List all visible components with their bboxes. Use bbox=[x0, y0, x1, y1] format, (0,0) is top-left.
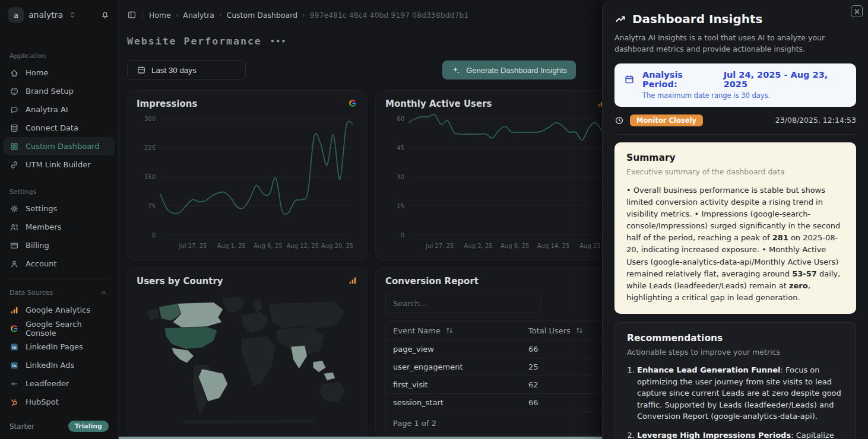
generate-insights-button[interactable]: Generate Dashboard Insights bbox=[442, 61, 576, 79]
controls-row: Last 30 days Generate Dashboard Insights bbox=[127, 60, 594, 80]
google-analytics-icon bbox=[9, 306, 19, 315]
sidebar-item-label: Google Analytics bbox=[26, 306, 90, 314]
world-map[interactable] bbox=[137, 289, 357, 427]
svg-text:60: 60 bbox=[397, 116, 404, 122]
sidebar-item[interactable]: UTM Link Builder bbox=[0, 155, 118, 174]
event-name-cell: user_engagement bbox=[393, 362, 528, 371]
workspace-logo: a bbox=[8, 7, 24, 23]
sidebar-item-label: Leadfeeder bbox=[26, 379, 69, 388]
users-by-country-title: Users by Country bbox=[137, 276, 223, 287]
sidebar-item-label: LinkedIn Ads bbox=[26, 361, 74, 370]
analysis-period-value: Jul 24, 2025 - Aug 23, 2025 bbox=[724, 70, 847, 89]
sidebar-item[interactable]: in LinkedIn Pages bbox=[0, 338, 118, 356]
summary-card: Summary Executive summary of the dashboa… bbox=[614, 142, 856, 314]
title-row: Website Performance ••• bbox=[119, 30, 602, 47]
workspace-switcher[interactable]: a analytra bbox=[0, 0, 118, 28]
panel-title: Dashboard Insights bbox=[632, 12, 762, 26]
gear-icon bbox=[9, 204, 19, 214]
event-name-cell: page_view bbox=[393, 345, 528, 354]
sidebar-item[interactable]: Account bbox=[0, 255, 118, 273]
close-button[interactable] bbox=[851, 5, 863, 17]
user-icon bbox=[9, 259, 19, 269]
breadcrumb-custom-dashboard[interactable]: Custom Dashboard bbox=[226, 11, 297, 20]
svg-text:Aug 2, 25: Aug 2, 25 bbox=[464, 243, 493, 249]
chevron-up-icon[interactable] bbox=[99, 288, 109, 297]
clock-icon bbox=[614, 116, 624, 125]
sidebar-item[interactable]: HubSpot bbox=[0, 393, 118, 411]
sidebar-item[interactable]: Connect Data bbox=[0, 119, 118, 137]
table-row[interactable]: page_view 66 bbox=[386, 341, 602, 358]
table-header-row: Event Name Total Users bbox=[386, 321, 602, 341]
home-icon bbox=[9, 68, 19, 78]
sidebar-item-label: Settings bbox=[26, 204, 57, 213]
title-menu-icon[interactable]: ••• bbox=[270, 37, 287, 46]
sidebar-item[interactable]: Leadfeeder bbox=[0, 374, 118, 393]
table-row[interactable]: session_start 66 bbox=[386, 394, 602, 412]
map-europe bbox=[240, 311, 268, 333]
sidebar-item[interactable]: Google Search Console bbox=[0, 319, 118, 338]
sidebar-item[interactable]: Home bbox=[0, 63, 118, 82]
sidebar-item[interactable]: Analytra AI bbox=[0, 100, 118, 119]
horizontal-scrollbar[interactable] bbox=[119, 437, 602, 439]
status-badge: Monitor Closely bbox=[630, 114, 703, 126]
sidebar-item[interactable]: Members bbox=[0, 218, 118, 236]
map-mexico bbox=[172, 348, 194, 363]
panel-description: Analytra AI Insights is a tool that uses… bbox=[614, 32, 856, 55]
breadcrumb-home[interactable]: Home bbox=[149, 11, 171, 20]
breadcrumb-dashboard-id: 997e481c 48c4 40bd 9197 08d338bdd7b1 bbox=[310, 11, 469, 20]
sidebar-item[interactable]: Billing bbox=[0, 236, 118, 255]
svg-text:Jul 27, 25: Jul 27, 25 bbox=[179, 243, 207, 249]
date-range-label: Last 30 days bbox=[151, 66, 197, 75]
data-source-items: Google Analytics Google Search Console i… bbox=[0, 301, 118, 411]
sidebar-item[interactable]: Custom Dashboard bbox=[4, 137, 115, 155]
svg-text:Aug 8, 25: Aug 8, 25 bbox=[500, 243, 529, 249]
recommendations-card: Recommendations Actionable steps to impr… bbox=[614, 322, 856, 439]
summary-title: Summary bbox=[626, 152, 844, 163]
breadcrumb-separator: › bbox=[219, 11, 221, 19]
chevron-updown-icon bbox=[68, 10, 77, 20]
column-event-name[interactable]: Event Name bbox=[393, 326, 441, 335]
plan-name: Starter bbox=[9, 422, 34, 431]
trend-up-icon bbox=[614, 13, 626, 25]
bell-icon[interactable] bbox=[100, 10, 110, 20]
sidebar-item-label: Home bbox=[26, 68, 48, 77]
breadcrumb-analytra[interactable]: Analytra bbox=[183, 11, 214, 20]
column-total-users[interactable]: Total Users bbox=[528, 326, 571, 335]
breadcrumb-separator: › bbox=[176, 11, 178, 19]
table-row[interactable]: user_engagement 25 bbox=[386, 358, 602, 376]
google-search-console-icon bbox=[348, 98, 357, 108]
recommendations-list: Enhance Lead Generation Funnel: Focus on… bbox=[637, 364, 844, 439]
palette-icon bbox=[9, 87, 19, 96]
sort-icon[interactable] bbox=[575, 326, 584, 335]
conversion-search-input[interactable] bbox=[385, 294, 541, 313]
topbar: Home › Analytra › Custom Dashboard › 997… bbox=[119, 0, 602, 30]
sidebar-item[interactable]: Settings bbox=[0, 199, 118, 218]
svg-text:45: 45 bbox=[397, 145, 404, 151]
calendar-icon bbox=[137, 65, 146, 75]
sidebar-item[interactable]: in LinkedIn Ads bbox=[0, 356, 118, 374]
event-name-cell: first_visit bbox=[393, 380, 528, 389]
section-label-data-sources[interactable]: Data Sources bbox=[0, 288, 118, 297]
mau-title: Monthly Active Users bbox=[385, 98, 492, 109]
breadcrumb-separator: › bbox=[302, 11, 305, 19]
topbar-divider bbox=[142, 10, 143, 20]
chat-icon bbox=[9, 105, 19, 114]
sidebar-item[interactable]: Google Analytics bbox=[0, 301, 118, 319]
page-title: Website Performance bbox=[127, 36, 262, 47]
sidebar-item[interactable]: Brand Setup bbox=[0, 82, 118, 100]
section-label-settings: Settings bbox=[0, 188, 118, 196]
mau-chart[interactable]: 015304560Jul 27, 25Aug 2, 25Aug 8, 25Aug… bbox=[385, 112, 602, 253]
sidebar-toggle-icon[interactable] bbox=[127, 10, 137, 20]
sidebar-item-label: Connect Data bbox=[26, 123, 78, 132]
sort-icon[interactable] bbox=[445, 326, 454, 335]
date-range-picker[interactable]: Last 30 days bbox=[127, 60, 246, 80]
close-icon bbox=[852, 7, 861, 16]
table-row[interactable]: first_visit 62 bbox=[386, 376, 602, 394]
mau-card: Monthly Active Users 015304560Jul 27, 25… bbox=[375, 90, 602, 260]
total-users-cell: 25 bbox=[528, 362, 598, 371]
workspace-name: analytra bbox=[28, 10, 63, 20]
table-body: page_view 66 user_engagement 25 first_vi… bbox=[386, 341, 602, 412]
impressions-chart[interactable]: 075150225300Jul 27, 25Aug 1, 25Aug 6, 25… bbox=[137, 112, 357, 253]
main-content: Home › Analytra › Custom Dashboard › 997… bbox=[119, 0, 602, 439]
map-india bbox=[291, 345, 308, 368]
